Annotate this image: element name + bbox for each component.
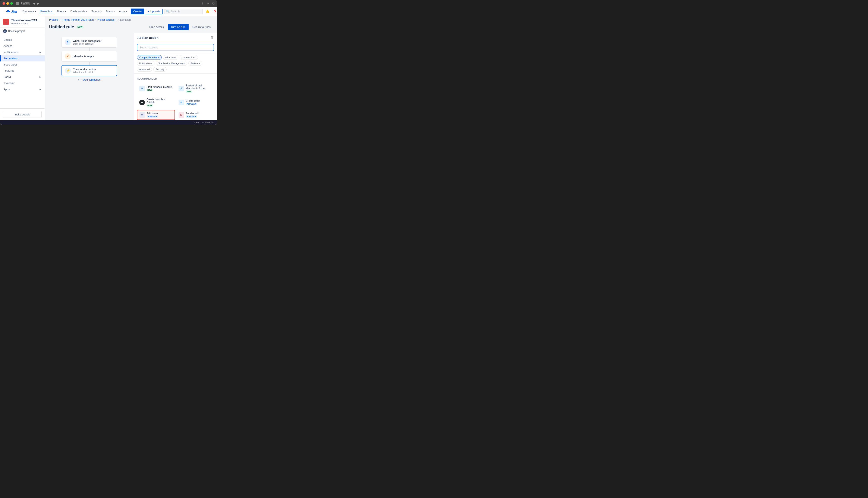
rule-title: Untitled rule — [49, 25, 74, 29]
nav-plans[interactable]: Plans ▾ — [104, 9, 117, 14]
sidebar-nav: Details Access Notifications ▶ Automatio… — [0, 35, 44, 108]
nav-your-work[interactable]: Your work ▾ — [20, 9, 38, 14]
back-icon: ← — [3, 29, 7, 33]
sidebar-item-access[interactable]: Access — [0, 43, 44, 49]
action-send-email-text: Send email POPULAR — [186, 112, 199, 118]
copy-icon[interactable]: ⧉ — [212, 2, 215, 5]
breadcrumb: Projects / iThome Ironman 2024 Team / Pr… — [45, 16, 217, 22]
project-header: i iThome Ironman 2024 ... Software proje… — [0, 16, 44, 27]
breadcrumb-current: Automation — [118, 18, 131, 21]
sidebar-item-board[interactable]: Board ▶ — [0, 74, 44, 80]
panel-search-area — [134, 42, 217, 53]
top-navbar: Jira Your work ▾ Projects ▾ Filters ▾ Da… — [0, 7, 217, 16]
action-create-issue[interactable]: + Create issue POPULAR — [176, 96, 214, 109]
turn-on-rule-button[interactable]: Turn on rule — [168, 24, 189, 30]
rule-details-button[interactable]: Rule details — [147, 24, 166, 30]
add-component-button[interactable]: ＋ + Add component — [76, 77, 103, 82]
forward-nav-button[interactable]: ▶ — [37, 2, 40, 5]
action-start-runbook-text: Start runbook in Azure NEW — [146, 86, 172, 91]
titlebar: 私密瀏覽 ◀ ▶ ⬆ ＋ ⧉ — [0, 0, 217, 7]
notifications-icon[interactable]: 🔔 — [204, 9, 210, 14]
action-create-issue-text: Create issue POPULAR — [186, 100, 200, 105]
flow-connector-2 — [89, 62, 89, 65]
trigger-card[interactable]: ⇅ When: Value changes for Story point es… — [62, 37, 117, 48]
filter-issue-actions[interactable]: Issue actions — [180, 55, 198, 60]
filter-compatible[interactable]: Compatible actions — [137, 55, 162, 60]
action-restart-vm[interactable]: A Restart Virtual Machine in Azure NEW — [176, 82, 214, 95]
chevron-down-icon: ▾ — [114, 11, 115, 13]
action-create-branch[interactable]: ● Create branch in GitHub NEW — [137, 96, 175, 109]
nav-apps[interactable]: Apps ▾ — [117, 9, 129, 14]
star-icon: ✦ — [148, 10, 150, 13]
filter-security[interactable]: Security — [153, 67, 167, 72]
condition-card[interactable]: ✕ refined at is empty — [62, 51, 117, 62]
invite-people-button[interactable]: Invite people — [3, 111, 42, 118]
trigger-icon: ⇅ — [65, 39, 71, 45]
breadcrumb-projects[interactable]: Projects — [49, 18, 58, 21]
new-tab-icon[interactable]: ＋ — [207, 1, 210, 5]
project-name: iThome Ironman 2024 ... — [11, 19, 40, 22]
sidebar-item-automation[interactable]: Automation — [0, 55, 44, 62]
breadcrumb-team[interactable]: iThome Ironman 2024 Team — [62, 18, 94, 21]
filter-advanced[interactable]: Advanced — [137, 67, 152, 72]
content-area: Projects / iThome Ironman 2024 Team / Pr… — [45, 16, 217, 120]
chevron-right-icon: ▶ — [39, 88, 41, 91]
apps-grid-icon[interactable] — [3, 9, 4, 14]
chevron-down-icon: ▾ — [126, 11, 127, 13]
breadcrumb-sep-1: / — [60, 18, 60, 21]
nav-projects[interactable]: Projects ▾ — [39, 9, 54, 14]
filter-all-actions[interactable]: All actions — [163, 55, 178, 60]
nav-dashboards[interactable]: Dashboards ▾ — [68, 9, 89, 14]
action-edit-issue[interactable]: ✏ Edit issue POPULAR — [137, 110, 175, 120]
create-button[interactable]: Create — [131, 9, 144, 14]
action-restart-vm-text: Restart Virtual Machine in Azure NEW — [186, 84, 212, 93]
azure-icon: A — [139, 86, 145, 91]
chevron-down-icon: ▾ — [101, 11, 102, 13]
nav-filters[interactable]: Filters ▾ — [55, 9, 68, 14]
search-actions-input[interactable] — [137, 44, 214, 51]
chevron-down-icon: ▾ — [86, 11, 87, 13]
panel-title: Add an action — [137, 36, 158, 39]
footer-text: Yuehu Lin (fntsr.tw) — [193, 121, 214, 124]
upgrade-button[interactable]: ✦ Upgrade — [145, 9, 163, 14]
browser-tab-icon — [16, 2, 19, 5]
action-panel: Add an action 🗑 Compatible actions All a… — [134, 32, 217, 120]
breadcrumb-settings[interactable]: Project settings — [97, 18, 114, 21]
filter-software[interactable]: Software — [188, 61, 202, 66]
action-start-runbook[interactable]: A Start runbook in Azure NEW — [137, 82, 175, 95]
action-send-email[interactable]: ✉ Send email POPULAR — [176, 110, 214, 120]
chevron-down-icon: ▾ — [51, 10, 52, 12]
maximize-button[interactable] — [10, 2, 13, 5]
sidebar-item-issue-types[interactable]: Issue types — [0, 62, 44, 68]
traffic-lights — [2, 2, 13, 5]
help-icon[interactable]: ❓ — [212, 9, 217, 14]
sidebar-item-toolchain[interactable]: Toolchain — [0, 80, 44, 86]
return-to-rules-button[interactable]: Return to rules — [190, 24, 213, 30]
rule-header: Untitled rule NEW Rule details Turn on r… — [45, 22, 217, 32]
sidebar-footer: Invite people — [0, 108, 44, 120]
breadcrumb-sep-3: / — [116, 18, 116, 21]
sidebar-item-details[interactable]: Details — [0, 37, 44, 43]
jira-logo[interactable]: Jira — [6, 9, 17, 14]
github-icon: ● — [139, 100, 145, 105]
filter-jira-service[interactable]: Jira Service Management — [156, 61, 187, 66]
sidebar-item-notifications[interactable]: Notifications ▶ — [0, 49, 44, 55]
close-button[interactable] — [2, 2, 5, 5]
share-icon[interactable]: ⬆ — [202, 2, 204, 5]
filter-notifications[interactable]: Notifications — [137, 61, 154, 66]
back-nav-button[interactable]: ◀ — [33, 2, 36, 5]
sidebar-item-features[interactable]: Features — [0, 68, 44, 74]
minimize-button[interactable] — [7, 2, 9, 5]
panel-header: Add an action 🗑 — [134, 32, 217, 42]
sidebar-item-apps[interactable]: Apps ▶ — [0, 86, 44, 92]
jira-brand-name: Jira — [11, 10, 17, 13]
chevron-right-icon: ▶ — [39, 76, 41, 78]
nav-teams[interactable]: Teams ▾ — [90, 9, 103, 14]
delete-icon[interactable]: 🗑 — [210, 36, 214, 39]
search-placeholder: Search — [171, 10, 180, 13]
flow-diagram: ⇅ When: Value changes for Story point es… — [57, 37, 121, 82]
back-to-project-link[interactable]: ← Back to project — [0, 27, 44, 35]
global-search[interactable]: 🔍 Search — [164, 9, 203, 14]
action-card[interactable]: ⚡ Then: Add an action What the rule will… — [62, 65, 117, 76]
window: 私密瀏覽 ◀ ▶ ⬆ ＋ ⧉ Jira Your work ▾ — [0, 0, 217, 124]
